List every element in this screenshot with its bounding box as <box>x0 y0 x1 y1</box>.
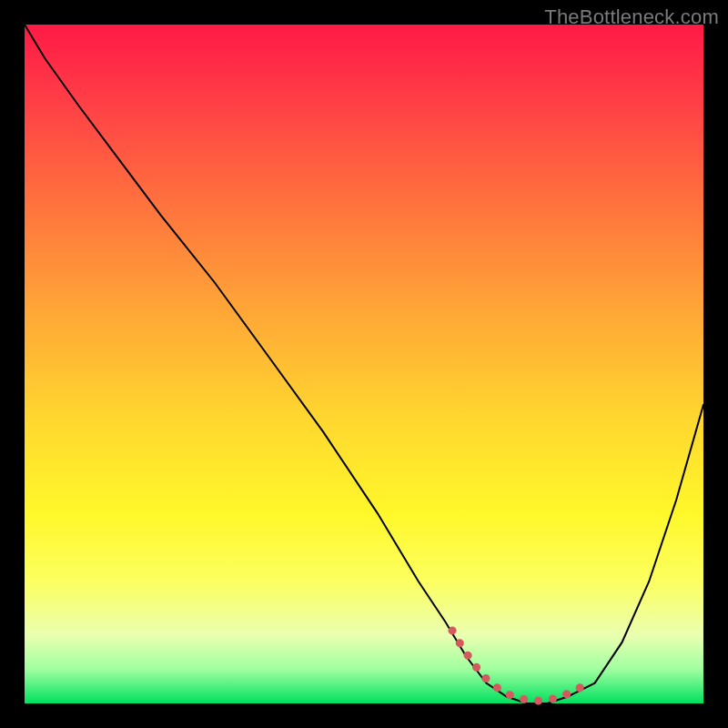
chart-frame: TheBottleneck.com <box>0 0 728 728</box>
chart-svg <box>25 25 703 703</box>
optimal-range-markers <box>452 631 588 701</box>
watermark-text: TheBottleneck.com <box>544 5 719 29</box>
bottleneck-curve <box>25 25 703 703</box>
chart-plot-area <box>25 25 703 703</box>
